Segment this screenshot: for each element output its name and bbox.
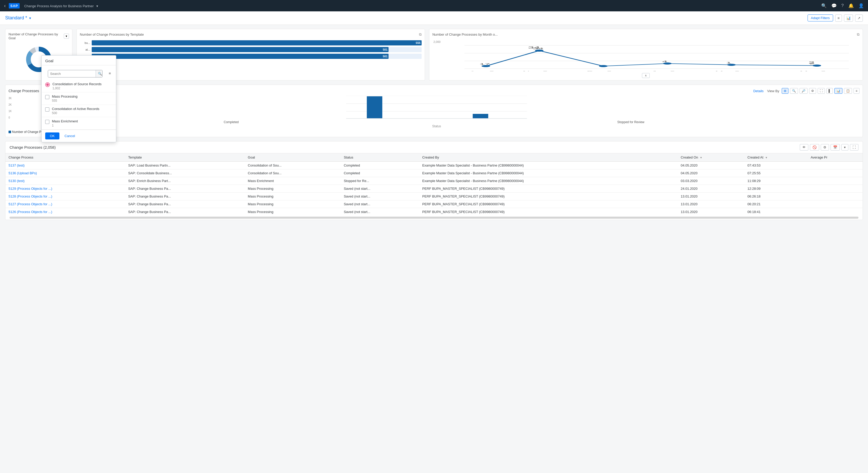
bar-row-2: at... 501 bbox=[80, 47, 422, 52]
table-scrollbar[interactable] bbox=[9, 216, 859, 219]
chat-icon[interactable]: 💬 bbox=[831, 3, 837, 8]
cell-created-on: 24.01.2020 bbox=[678, 185, 744, 193]
user-icon[interactable]: 👤 bbox=[859, 3, 864, 8]
cell-created-at: 06:18:41 bbox=[744, 208, 808, 216]
table-show-button[interactable]: 👁 bbox=[800, 144, 808, 150]
page-title-dropdown[interactable]: ▾ bbox=[29, 16, 31, 20]
chart-bar-type1[interactable]: 📊 bbox=[834, 88, 842, 94]
svg-point-11 bbox=[599, 65, 607, 67]
popup-search-icon[interactable]: 🔍 bbox=[96, 70, 102, 77]
chart-bar-type2[interactable]: 📋 bbox=[844, 88, 852, 94]
table-schedule-button[interactable]: 📅 bbox=[831, 144, 840, 150]
cell-created-at: 07:25:55 bbox=[744, 169, 808, 177]
popup-item-label-2: Mass Processing bbox=[52, 95, 113, 98]
chart-goal-dropdown[interactable]: ▾ bbox=[64, 34, 69, 39]
cell-created-by: PERF BUPA_MASTER_SPECIALIST (CB998000074… bbox=[419, 193, 678, 200]
popup-item-4[interactable]: Mass Enrichment 1 bbox=[41, 117, 116, 130]
details-link[interactable]: Details bbox=[753, 89, 764, 93]
popup-item-count-3: 500 bbox=[52, 111, 113, 115]
zoom-out-button[interactable]: 🔎 bbox=[800, 88, 808, 94]
cell-created-at: 07:43:53 bbox=[744, 162, 808, 169]
svg-point-9 bbox=[482, 65, 490, 67]
chart-month-expand[interactable]: ∧ bbox=[642, 73, 650, 78]
bottom-chart-card: Change Processes Details View By ⊞ 🔍 🔎 ⚙… bbox=[5, 85, 863, 137]
popup-ok-button[interactable]: OK bbox=[45, 132, 59, 139]
chart-month-title: Number of Change Processes by Month o...… bbox=[432, 32, 860, 37]
table-settings-button[interactable]: ⚙ bbox=[821, 144, 829, 150]
back-button[interactable]: ‹ bbox=[4, 3, 6, 8]
cell-template: SAP: Change Business Pa... bbox=[125, 193, 245, 200]
cell-status: Saved (not start... bbox=[341, 200, 419, 208]
svg-text:17: 17 bbox=[479, 63, 490, 65]
popup-checkbox-4[interactable] bbox=[45, 120, 49, 124]
svg-point-12 bbox=[663, 63, 672, 65]
popup-list-icon[interactable]: ≡ bbox=[107, 71, 113, 75]
cell-goal: Mass Processing bbox=[245, 185, 340, 193]
cell-created-on: 13.01.2020 bbox=[678, 200, 744, 208]
cell-created-on: 04.05.2020 bbox=[678, 169, 744, 177]
svg-text:4: 4 bbox=[662, 60, 667, 63]
chart-month-copy[interactable]: ⧉ bbox=[857, 32, 860, 37]
chart-expand-button[interactable]: ⛶ bbox=[817, 88, 825, 94]
charts-row: Number of Change Processes by Goal ▾ bbox=[5, 29, 863, 80]
svg-text:34: 34 bbox=[533, 47, 543, 50]
bottom-chart-title: Change Processes bbox=[8, 89, 39, 93]
title-dropdown-icon[interactable]: ▾ bbox=[96, 4, 98, 8]
popup-checkbox-3[interactable] bbox=[45, 107, 49, 111]
col-template: Template bbox=[125, 154, 245, 162]
popup-cancel-button[interactable]: Cancel bbox=[61, 132, 78, 139]
svg-text:Jan 2...: Jan 2... bbox=[652, 70, 683, 71]
cell-created-at: 06:26:18 bbox=[744, 193, 808, 200]
table-tools: 👁 🚫 ⚙ 📅 ▾ ⛶ bbox=[800, 144, 859, 150]
cell-status: Saved (not start... bbox=[341, 185, 419, 193]
radio-indicator-1 bbox=[45, 82, 50, 87]
svg-text:Mar 2...: Mar 2... bbox=[715, 70, 748, 71]
table-dropdown-button[interactable]: ▾ bbox=[841, 144, 848, 150]
svg-text:Dec 2...: Dec 2... bbox=[587, 70, 620, 71]
popup-item-count-4: 1 bbox=[52, 124, 113, 127]
chart-template-copy[interactable]: ⧉ bbox=[419, 32, 422, 37]
col-created-on: Created On ▼ bbox=[678, 154, 744, 162]
popup-item-3[interactable]: Consolidation of Active Records 500 bbox=[41, 105, 116, 117]
col-goal: Goal bbox=[245, 154, 340, 162]
chart-settings-button[interactable]: ⚙ bbox=[809, 88, 816, 94]
export-button[interactable]: ↗ bbox=[855, 14, 863, 22]
chart-goal-title: Number of Change Processes by Goal ▾ bbox=[8, 32, 69, 40]
table-row: 5136 (Upload BPs) SAP: Consolidate Busin… bbox=[5, 169, 863, 177]
popup-search-container: 🔍 bbox=[48, 70, 102, 77]
cell-template: SAP: Load Business Partn... bbox=[125, 162, 245, 169]
col-created-at: Created At ▼ bbox=[744, 154, 808, 162]
popup-item-2[interactable]: Mass Processing 555 bbox=[41, 93, 116, 105]
table-row: 5126 (Process Objects for ...) SAP: Chan… bbox=[5, 208, 863, 216]
table-hide-button[interactable]: 🚫 bbox=[810, 144, 819, 150]
status-chart-area: Completed Stopped for Review Status bbox=[14, 96, 860, 128]
table-row: 5130 (test) SAP: Enrich Business Part...… bbox=[5, 177, 863, 185]
popup-item-1[interactable]: Consolidation of Source Records 1,002 bbox=[41, 80, 116, 93]
table-header-row: Change Process Template Goal Status Crea… bbox=[5, 154, 863, 162]
help-icon[interactable]: ? bbox=[841, 3, 844, 8]
popup-footer: OK Cancel bbox=[41, 130, 116, 142]
notification-icon[interactable]: 🔔 bbox=[848, 3, 854, 8]
search-icon[interactable]: 🔍 bbox=[821, 3, 827, 8]
chart-bar-button[interactable]: ▌ bbox=[827, 88, 833, 94]
adapt-filters-button[interactable]: Adapt Filters bbox=[808, 14, 833, 22]
table-row: 5127 (Process Objects for ...) SAP: Chan… bbox=[5, 200, 863, 208]
svg-point-10 bbox=[535, 49, 543, 52]
view-chart-button[interactable]: 📊 bbox=[844, 14, 853, 22]
table-expand-button[interactable]: ⛶ bbox=[850, 144, 859, 150]
cell-change-process: 5127 (Process Objects for ...) bbox=[5, 200, 125, 208]
popup-search-input[interactable] bbox=[48, 70, 96, 77]
popup-checkbox-2[interactable] bbox=[45, 95, 49, 99]
chart-table-type[interactable]: ≡ bbox=[854, 88, 860, 94]
svg-rect-32 bbox=[367, 96, 382, 118]
cell-status: Saved (not start... bbox=[341, 193, 419, 200]
page-title-area: Standard * ▾ bbox=[5, 15, 808, 21]
zoom-in-button[interactable]: 🔍 bbox=[790, 88, 798, 94]
chart-type-grid[interactable]: ⊞ bbox=[782, 88, 788, 94]
x-axis-labels: Completed Stopped for Review bbox=[14, 120, 860, 124]
svg-rect-33 bbox=[473, 114, 488, 118]
view-table-button[interactable]: ≡ bbox=[835, 14, 842, 22]
cell-goal: Mass Processing bbox=[245, 200, 340, 208]
y-axis: 3K 2K 1K 0 bbox=[8, 96, 11, 119]
cell-created-on: 13.01.2020 bbox=[678, 193, 744, 200]
